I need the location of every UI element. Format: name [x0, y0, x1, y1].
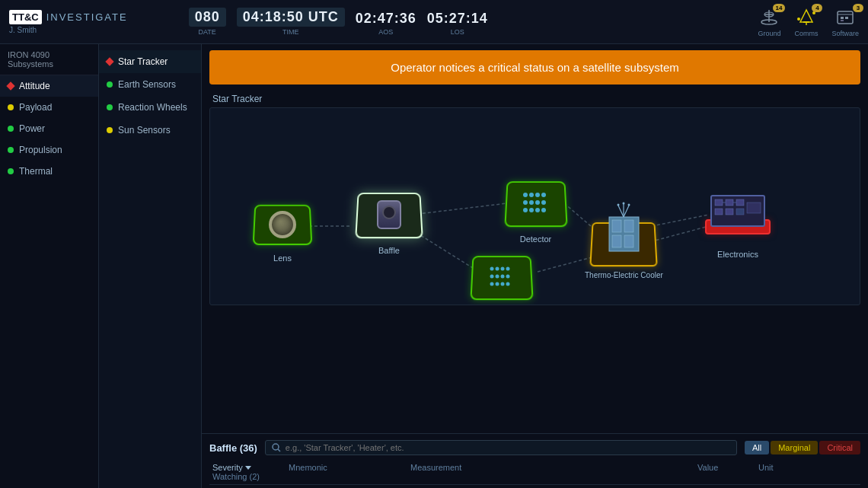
sub-sidebar-item-star-tracker[interactable]: Star Tracker [99, 50, 201, 73]
svg-point-30 [535, 208, 540, 212]
diagram-title: Star Tracker [209, 91, 860, 107]
filter-all-button[interactable]: All [745, 441, 769, 455]
svg-rect-61 [747, 203, 761, 213]
attitude-dot-icon [6, 81, 14, 90]
thermo-cooler-node[interactable]: Thermo-Electric Cooler [585, 199, 663, 279]
svg-point-37 [495, 274, 499, 278]
sidebar: IRON 4090 Subsystems Attitude Payload Po… [0, 44, 99, 488]
electronics-circuit-icon [710, 195, 765, 227]
svg-rect-55 [715, 199, 723, 206]
detector-node[interactable]: Detector [503, 177, 568, 244]
table-header: Severity Mnemonic Measurement Value Unit… [209, 460, 860, 485]
electronics-node[interactable]: Electronics [704, 190, 772, 259]
earth-sensors-dot-icon [107, 81, 113, 88]
search-box[interactable] [265, 440, 737, 455]
svg-point-23 [541, 193, 546, 197]
sidebar-title: IRON 4090 Subsystems [0, 44, 98, 75]
comms-icon-item[interactable]: 4 Comms [794, 7, 818, 37]
svg-rect-12 [845, 17, 848, 19]
svg-line-49 [618, 206, 624, 217]
svg-point-54 [622, 202, 624, 204]
sub-sidebar-item-sun-sensors-label: Sun Sensors [118, 125, 171, 136]
svg-point-53 [627, 203, 630, 206]
filter-marginal-button[interactable]: Marginal [771, 441, 818, 455]
time-value: 04:18:50 UTC [237, 8, 345, 27]
sidebar-item-thermal[interactable]: Thermal [0, 161, 98, 182]
diagram-canvas: Lens Baffle [209, 107, 860, 305]
svg-point-8 [797, 18, 800, 21]
search-icon [272, 443, 281, 452]
svg-point-38 [500, 274, 504, 278]
detection-module-node[interactable]: Detection Module [469, 251, 535, 305]
thermo-cooler-icon [603, 202, 645, 257]
svg-point-31 [541, 208, 546, 212]
thermo-cooler-label: Thermo-Electric Cooler [585, 271, 663, 279]
value-column-header: Value [697, 463, 758, 472]
svg-rect-58 [715, 209, 723, 215]
ground-badge: 14 [773, 4, 786, 12]
thermal-dot-icon [8, 168, 14, 174]
power-dot-icon [8, 126, 14, 132]
bottom-panel: Baffle (36) All Marginal Critical Severi… [202, 433, 868, 488]
star-tracker-dot-icon [105, 57, 113, 65]
svg-point-33 [495, 266, 499, 270]
baffle-icon [377, 200, 401, 229]
svg-point-29 [529, 208, 534, 212]
svg-point-41 [495, 282, 499, 285]
svg-point-43 [506, 282, 509, 285]
svg-rect-45 [612, 220, 621, 232]
electronics-label: Electronics [717, 250, 758, 259]
sidebar-item-attitude-label: Attitude [19, 81, 50, 91]
aos-value: 02:47:36 [356, 11, 416, 27]
svg-rect-11 [841, 17, 844, 19]
svg-point-25 [529, 200, 534, 205]
sidebar-item-propulsion-label: Propulsion [19, 145, 62, 155]
svg-rect-46 [624, 220, 633, 232]
sidebar-item-attitude[interactable]: Attitude [0, 75, 98, 97]
lens-node[interactable]: Lens [252, 199, 313, 263]
baffle-node[interactable]: Baffle [355, 188, 423, 255]
comms-label: Comms [794, 30, 818, 37]
svg-rect-56 [726, 199, 733, 206]
sub-sidebar-item-sun-sensors[interactable]: Sun Sensors [99, 119, 201, 142]
sub-sidebar-item-reaction-wheels[interactable]: Reaction Wheels [99, 96, 201, 119]
sidebar-item-propulsion[interactable]: Propulsion [0, 139, 98, 161]
bottom-panel-header: Baffle (36) All Marginal Critical [209, 440, 860, 455]
baffle-label: Baffle [378, 246, 400, 255]
content: Operator notices a critical status on a … [202, 44, 868, 488]
filter-critical-button[interactable]: Critical [819, 441, 860, 455]
comms-badge: 4 [812, 4, 822, 12]
logo-area: TT&C INVESTIGATE J. Smith [9, 10, 128, 34]
svg-point-52 [617, 203, 619, 206]
svg-point-28 [523, 208, 528, 212]
lens-label: Lens [273, 254, 292, 263]
svg-line-65 [278, 449, 280, 451]
svg-point-35 [506, 266, 509, 270]
svg-rect-13 [841, 20, 844, 21]
sun-sensors-dot-icon [107, 127, 113, 133]
software-icon-item[interactable]: 3 Software [831, 7, 859, 37]
svg-point-22 [535, 193, 540, 197]
detector-grid-icon [521, 189, 551, 218]
ground-icon-item[interactable]: 14 Ground [758, 7, 780, 37]
svg-point-34 [500, 266, 504, 270]
mnemonic-column-header: Mnemonic [289, 463, 410, 472]
software-label: Software [831, 30, 859, 37]
date-label: Date [199, 28, 216, 36]
severity-column-header[interactable]: Severity [212, 463, 289, 472]
svg-point-21 [529, 193, 534, 197]
measurement-column-header: Measurement [410, 463, 563, 472]
sidebar-item-payload[interactable]: Payload [0, 97, 98, 118]
aos-label: AOS [378, 28, 393, 36]
svg-rect-47 [612, 235, 621, 247]
sub-sidebar-item-star-tracker-label: Star Tracker [118, 56, 168, 67]
svg-point-42 [500, 282, 504, 285]
logo-tt: TT&C [9, 10, 42, 24]
los-label: LOS [451, 28, 464, 36]
software-badge: 3 [853, 4, 863, 12]
search-input[interactable] [286, 443, 730, 452]
sidebar-item-power-label: Power [19, 123, 45, 134]
sub-sidebar-item-earth-sensors[interactable]: Earth Sensors [99, 73, 201, 96]
sidebar-item-power[interactable]: Power [0, 118, 98, 139]
filter-buttons: All Marginal Critical [745, 441, 860, 455]
